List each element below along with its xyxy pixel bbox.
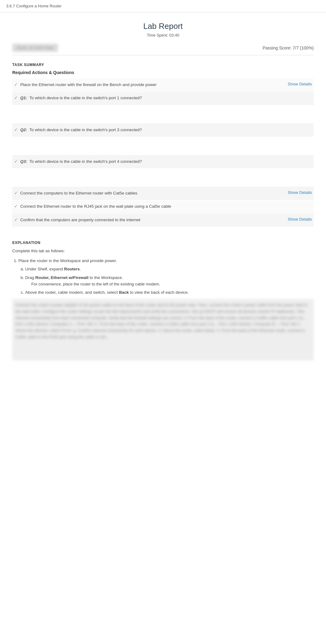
breadcrumb: 3.6.7 Configure a Home Router	[0, 0, 326, 12]
spacer-after-q3	[12, 169, 314, 187]
page-title: Lab Report	[12, 22, 314, 31]
task-text-q2: Q2: To which device is the cable in the …	[20, 127, 312, 133]
task-text-q1: Q1: To which device is the cable in the …	[20, 95, 312, 101]
show-details-link-3[interactable]: Show Details	[288, 217, 312, 222]
task-text-3: Connect the Ethernet router to the RJ45 …	[20, 203, 312, 210]
explanation-step-1-text: Place the router in the Workspace and pr…	[18, 258, 117, 263]
task-item-3: ✓ Connect the Ethernet router to the RJ4…	[12, 200, 314, 213]
show-details-link-1[interactable]: Show Details	[288, 82, 312, 86]
breadcrumb-label: 3.6.7 Configure a Home Router	[6, 4, 62, 8]
task-text-4: Confirm that the computers are properly …	[20, 217, 285, 223]
spacer-after-q1	[12, 105, 314, 124]
task-item-1: ✓ Place the Ethernet router with the fir…	[12, 79, 314, 91]
question-text-q1: To which device is the cable in the swit…	[29, 96, 142, 100]
check-icon-q3: ✓	[14, 159, 18, 164]
score-left-blurred: Score: ## /##% Pass	[12, 44, 58, 52]
task-item-q2: ✓ Q2: To which device is the cable in th…	[12, 124, 314, 136]
task-item-q1: ✓ Q1: To which device is the cable in th…	[12, 92, 314, 104]
check-icon-4: ✓	[14, 217, 18, 222]
task-text-2: Connect the computers to the Ethernet ro…	[20, 190, 285, 196]
explanation-section: EXPLANATION Complete this lab as follows…	[12, 236, 314, 360]
spacer-after-q2	[12, 137, 314, 155]
question-text-q2: To which device is the cable in the swit…	[29, 128, 142, 132]
task-text-q3: Q3: To which device is the cable in the …	[20, 159, 312, 165]
explanation-substep-1c: Above the router, cable modem, and switc…	[25, 289, 314, 296]
question-text-q3: To which device is the cable in the swit…	[29, 159, 142, 164]
explanation-section-label: EXPLANATION	[12, 241, 314, 245]
bold-router-ethernet: Router, Ethernet w/Firewall	[35, 275, 88, 280]
explanation-note-1b: For convenience, place the router to the…	[25, 281, 314, 288]
bold-back: Back	[119, 290, 129, 295]
explanation-substep-1a: Under Shelf, expand Routers.	[25, 266, 314, 273]
check-icon-1: ✓	[14, 82, 18, 87]
task-summary-subsection-label: Required Actions & Questions	[12, 70, 314, 75]
blurred-explanation-content: Connect the router's power adapter to th…	[12, 299, 314, 360]
check-icon-3: ✓	[14, 204, 18, 209]
question-label-q3: Q3:	[20, 159, 27, 164]
task-summary-section-label: TASK SUMMARY	[12, 63, 314, 67]
show-details-link-2[interactable]: Show Details	[288, 190, 312, 195]
task-text-1: Place the Ethernet router with the firew…	[20, 82, 285, 88]
check-icon-q1: ✓	[14, 95, 18, 100]
explanation-step-1: Place the router in the Workspace and pr…	[18, 257, 314, 296]
time-spent-label: Time Spent: 03:40	[12, 33, 314, 37]
task-item-q3: ✓ Q3: To which device is the cable in th…	[12, 155, 314, 168]
explanation-substep-list-1: Under Shelf, expand Routers. Drag Router…	[18, 266, 314, 296]
score-row: Score: ## /##% Pass Passing Score: 7/7 (…	[12, 44, 314, 55]
check-icon-q2: ✓	[14, 127, 18, 132]
task-item-2: ✓ Connect the computers to the Ethernet …	[12, 187, 314, 200]
bold-routers: Routers	[64, 267, 80, 271]
task-item-4: ✓ Confirm that the computers are properl…	[12, 214, 314, 226]
question-label-q1: Q1:	[20, 96, 27, 100]
explanation-intro: Complete this lab as follows:	[12, 249, 314, 253]
explanation-substep-1b: Drag Router, Ethernet w/Firewall to the …	[25, 274, 314, 287]
question-label-q2: Q2:	[20, 128, 27, 132]
explanation-list: Place the router in the Workspace and pr…	[12, 257, 314, 296]
check-icon-2: ✓	[14, 190, 18, 195]
passing-score: Passing Score: 7/7 (100%)	[262, 45, 314, 50]
